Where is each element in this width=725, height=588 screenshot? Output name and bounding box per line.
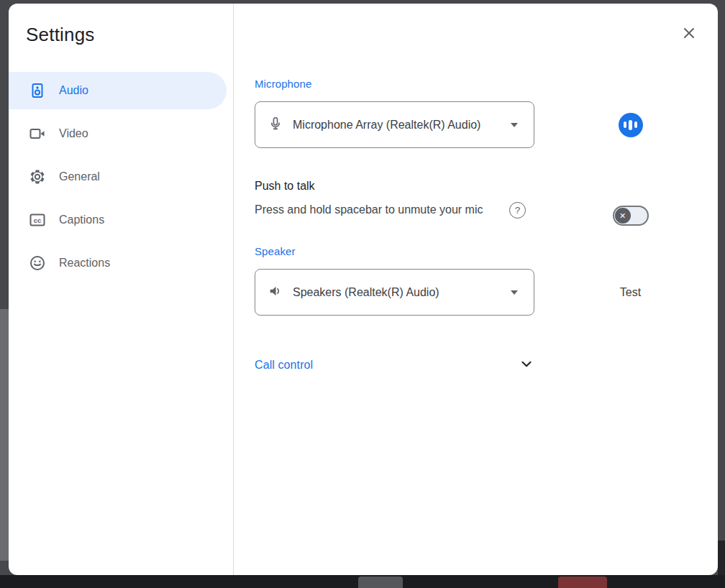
push-to-talk-toggle[interactable]: ✕ [613, 206, 649, 226]
settings-dialog: Settings Audio [9, 4, 718, 575]
chevron-down-icon [519, 356, 534, 375]
level-bar [629, 120, 632, 130]
sidebar-item-captions[interactable]: cc Captions [9, 201, 227, 239]
microphone-row: Microphone Array (Realtek(R) Audio) [255, 101, 718, 148]
audio-settings-panel: Microphone Microphone Array (Realtek(R) … [234, 4, 718, 575]
speaker-row: Speakers (Realtek(R) Audio) Test [255, 269, 718, 316]
sidebar-item-label: Reactions [59, 257, 110, 270]
sidebar-item-general[interactable]: General [9, 158, 227, 196]
push-to-talk-description: Press and hold spacebar to unmute your m… [255, 201, 486, 218]
dropdown-caret-icon [511, 123, 518, 127]
settings-sidebar: Settings Audio [9, 4, 234, 575]
microphone-select[interactable]: Microphone Array (Realtek(R) Audio) [255, 101, 534, 148]
sidebar-item-audio[interactable]: Audio [9, 72, 227, 109]
toggle-thumb-off-icon: ✕ [615, 208, 631, 224]
push-to-talk-row: Press and hold spacebar to unmute your m… [255, 201, 718, 226]
microphone-label: Microphone [255, 78, 718, 90]
call-control-label: Call control [255, 359, 313, 372]
page-title: Settings [9, 24, 233, 46]
sidebar-item-video[interactable]: Video [9, 115, 227, 152]
video-camera-icon [29, 125, 46, 142]
mic-level-indicator [619, 113, 643, 137]
volume-icon [268, 283, 283, 302]
push-to-talk-title: Push to talk [255, 180, 718, 193]
close-button[interactable] [679, 24, 699, 44]
microphone-icon [268, 116, 283, 134]
speaker-box-icon [29, 82, 46, 99]
leave-call-button-fragment [558, 576, 607, 588]
cc-icon: cc [29, 211, 46, 229]
smiley-icon [29, 254, 46, 272]
microphone-select-value: Microphone Array (Realtek(R) Audio) [293, 119, 480, 132]
toolbar-button-fragment [358, 576, 403, 588]
call-control-expander[interactable]: Call control [255, 356, 534, 375]
sidebar-item-label: Audio [59, 84, 88, 97]
speaker-select[interactable]: Speakers (Realtek(R) Audio) [255, 269, 534, 316]
level-bar [624, 121, 627, 128]
settings-nav: Audio Video [9, 72, 233, 282]
call-toolbar-background [0, 575, 725, 588]
meet-call-background: Settings Audio [0, 0, 725, 588]
gear-icon [29, 168, 46, 185]
sidebar-item-label: Captions [59, 213, 104, 226]
sidebar-item-label: Video [59, 127, 88, 140]
close-icon [680, 24, 698, 44]
svg-text:cc: cc [34, 216, 42, 224]
speaker-label: Speaker [255, 245, 718, 257]
dropdown-caret-icon [511, 290, 518, 295]
help-icon[interactable]: ? [509, 202, 526, 219]
speaker-select-value: Speakers (Realtek(R) Audio) [293, 286, 439, 299]
background-fragment [0, 309, 9, 561]
sidebar-item-reactions[interactable]: Reactions [9, 244, 227, 282]
sidebar-item-label: General [59, 170, 100, 183]
test-speaker-button[interactable]: Test [620, 286, 641, 299]
level-bar [634, 121, 638, 128]
help-glyph: ? [515, 205, 521, 216]
